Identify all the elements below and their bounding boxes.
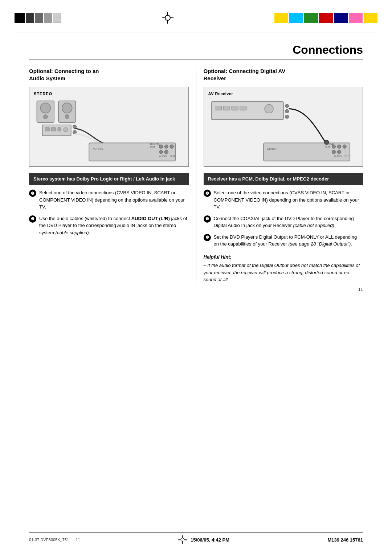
svg-point-15 <box>159 145 163 149</box>
svg-text:OUT: OUT <box>344 155 350 158</box>
page-title-area: Connections <box>0 32 392 57</box>
bar-3 <box>35 13 43 23</box>
left-step-2: ❷ Use the audio cables (white/red) to co… <box>29 215 189 236</box>
color-bar-green <box>304 13 318 23</box>
svg-point-32 <box>285 115 289 118</box>
color-bar-cyan <box>289 13 303 23</box>
stereo-label: STEREO <box>34 92 52 96</box>
left-step-1-text: Select one of the video connections (CVB… <box>39 189 189 211</box>
svg-point-18 <box>159 150 163 154</box>
svg-text:OUT: OUT <box>170 155 175 158</box>
svg-text:OUT: OUT <box>150 146 156 149</box>
crosshair-center <box>61 12 274 24</box>
footer-crosshair-icon <box>178 535 187 544</box>
footer-crosshair-circle <box>181 538 184 542</box>
right-section-heading: Optional: Connecting Digital AV Receiver <box>204 68 363 82</box>
crosshair-icon <box>162 12 173 24</box>
svg-text:DIGITAL: DIGITAL <box>150 143 160 145</box>
left-step-list: ❶ Select one of the video connections (C… <box>29 189 189 236</box>
svg-rect-26 <box>223 106 230 110</box>
svg-point-11 <box>73 125 77 129</box>
left-section-heading: Optional: Connecting to an Audio System <box>29 68 189 82</box>
footer-date: 15/06/05, 4:42 PM <box>191 537 229 543</box>
svg-point-36 <box>337 145 341 149</box>
svg-point-19 <box>164 150 168 154</box>
svg-rect-8 <box>51 127 56 131</box>
svg-point-35 <box>332 145 335 149</box>
bar-1 <box>15 13 25 23</box>
svg-point-38 <box>332 150 335 154</box>
hint-body: – If the audio format of the Digital Out… <box>204 262 363 283</box>
footer: 01-37 DVP3005K_751 11 15/06/05, 4:42 PM … <box>29 532 363 544</box>
right-step-header: Receiver has a PCM, Dolby Digital, or MP… <box>204 173 363 185</box>
right-column: Optional: Connecting Digital AV Receiver… <box>196 68 363 283</box>
right-step-3-text: Set the DVD Player's Digital Output to P… <box>214 234 363 248</box>
stereo-diagram: STEREO <box>29 87 189 167</box>
hint-title: Helpful Hint: <box>204 254 363 261</box>
step-num-1: ❶ <box>29 190 36 197</box>
step-num-2: ❷ <box>29 215 36 223</box>
svg-point-5 <box>65 114 69 119</box>
color-bar-red <box>319 13 333 23</box>
left-column: Optional: Connecting to an Audio System … <box>29 68 196 283</box>
footer-right-text: M139 246 15761 <box>327 537 363 543</box>
svg-point-4 <box>62 103 72 113</box>
right-step-2-text: Connect the COAXIAL jack of the DVD Play… <box>214 215 363 229</box>
svg-point-2 <box>43 114 48 119</box>
svg-point-29 <box>265 105 273 113</box>
right-step-1-text: Select one of the video connections (CVB… <box>214 189 363 211</box>
svg-rect-9 <box>58 127 61 131</box>
left-step-2-text: Use the audio cables (white/red) to conn… <box>39 215 189 236</box>
right-step-list: ❶ Select one of the video connections (C… <box>204 189 363 248</box>
svg-rect-25 <box>215 106 221 110</box>
right-step-1: ❶ Select one of the video connections (C… <box>204 189 363 211</box>
svg-text:OUT: OUT <box>324 146 330 149</box>
footer-left-text: 01-37 DVP3005K_751 11 <box>29 538 80 542</box>
svg-text:AUDIO: AUDIO <box>334 155 342 158</box>
svg-rect-33 <box>264 143 350 161</box>
svg-rect-27 <box>232 106 238 110</box>
svg-point-1 <box>40 103 50 113</box>
right-color-bars <box>274 13 377 23</box>
title-underline <box>29 60 363 60</box>
svg-text:MAINS: MAINS <box>93 147 103 151</box>
svg-point-30 <box>285 104 289 108</box>
top-bar-area <box>0 0 392 29</box>
svg-point-12 <box>73 130 77 134</box>
crosshair-circle <box>165 15 171 21</box>
svg-point-31 <box>285 109 289 113</box>
bar-4 <box>44 13 52 23</box>
right-step-num-1: ❶ <box>204 190 211 197</box>
helpful-hint: Helpful Hint: – If the audio format of t… <box>204 254 363 283</box>
color-bar-yellow2 <box>364 13 377 23</box>
svg-text:AUDIO: AUDIO <box>159 155 167 158</box>
av-receiver-diagram: AV Receiver MAINS <box>204 87 363 167</box>
svg-point-44 <box>324 140 328 145</box>
svg-rect-28 <box>240 106 246 110</box>
left-grayscale-bars <box>15 13 61 23</box>
svg-rect-7 <box>45 127 49 131</box>
right-step-3: ❸ Set the DVD Player's Digital Output to… <box>204 234 363 248</box>
svg-point-17 <box>170 145 173 149</box>
svg-point-16 <box>164 145 168 149</box>
color-bar-pink <box>349 13 363 23</box>
stereo-diagram-svg: MAINS DIGITAL OUT AUDIO OUT <box>29 87 188 166</box>
svg-text:MAINS: MAINS <box>267 147 277 151</box>
page-number-top: 11 <box>0 287 392 292</box>
right-step-num-3: ❸ <box>204 234 211 241</box>
left-step-1: ❶ Select one of the video connections (C… <box>29 189 189 211</box>
color-bar-blue <box>334 13 348 23</box>
bar-5 <box>53 13 61 23</box>
svg-point-39 <box>337 150 341 154</box>
svg-point-37 <box>343 145 346 149</box>
color-bar-yellow <box>274 13 288 23</box>
content-area: Optional: Connecting to an Audio System … <box>0 68 392 283</box>
right-step-num-2: ❷ <box>204 215 211 223</box>
page-title: Connections <box>293 43 363 56</box>
bar-2 <box>26 13 34 23</box>
footer-center: 15/06/05, 4:42 PM <box>178 535 229 544</box>
av-diagram-svg: MAINS DIGITAL OUT AUDIO OUT <box>204 87 363 166</box>
right-step-2: ❷ Connect the COAXIAL jack of the DVD Pl… <box>204 215 363 229</box>
left-step-header: Stereo system has Dolby Pro Logic or Rig… <box>29 173 189 185</box>
av-receiver-label: AV Receiver <box>208 92 233 96</box>
